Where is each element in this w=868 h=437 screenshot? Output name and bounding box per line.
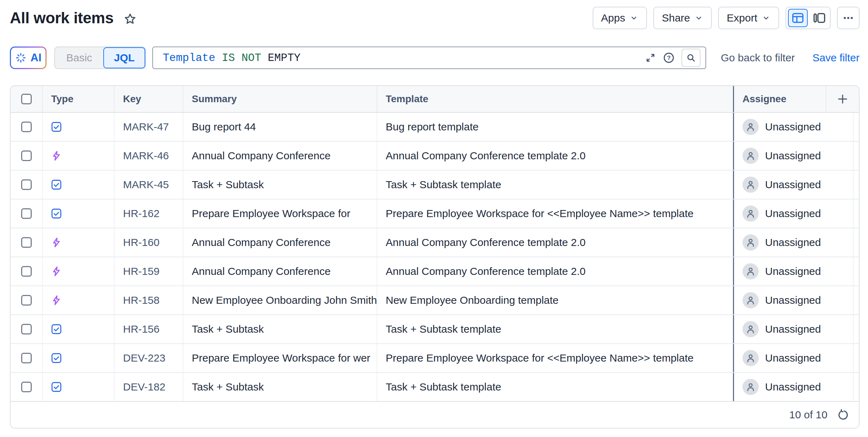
person-icon xyxy=(745,382,756,392)
spacer-cell xyxy=(853,171,859,199)
expand-icon xyxy=(645,52,656,63)
select-cell xyxy=(11,373,42,401)
assignee-cell: Unassigned xyxy=(733,171,853,199)
summary-cell: Prepare Employee Workspace for xyxy=(183,199,377,228)
table-row[interactable]: DEV-223Prepare Employee Workspace for we… xyxy=(11,343,859,372)
ai-button-label: AI xyxy=(31,51,42,64)
work-type-cell xyxy=(42,171,114,199)
assignee-label: Unassigned xyxy=(765,352,821,364)
toolbar: Apps Share Export xyxy=(593,7,860,29)
assignee-cell: Unassigned xyxy=(733,373,853,401)
select-cell xyxy=(11,257,42,285)
avatar xyxy=(742,321,759,337)
row-checkbox[interactable] xyxy=(21,150,32,161)
assignee-cell: Unassigned xyxy=(733,286,853,314)
column-header-key[interactable]: Key xyxy=(114,86,183,112)
person-icon xyxy=(745,179,756,190)
assignee-cell: Unassigned xyxy=(733,142,853,170)
tab-basic[interactable]: Basic xyxy=(55,47,103,68)
save-filter-link[interactable]: Save filter xyxy=(813,52,860,64)
assignee-cell: Unassigned xyxy=(733,113,853,141)
row-checkbox[interactable] xyxy=(21,353,32,363)
table-row[interactable]: HR-159Annual Company ConferenceAnnual Co… xyxy=(11,257,859,285)
table-row[interactable]: MARK-45Task + SubtaskTask + Subtask temp… xyxy=(11,170,859,199)
spacer-cell xyxy=(853,199,859,228)
table-row[interactable]: DEV-182Task + SubtaskTask + Subtask temp… xyxy=(11,372,859,401)
assignee-label: Unassigned xyxy=(765,208,821,220)
work-items-table: Type Key Summary Template Assignee MARK-… xyxy=(10,85,860,429)
share-button-label: Share xyxy=(662,12,690,24)
row-checkbox[interactable] xyxy=(21,208,32,219)
detail-view-toggle[interactable] xyxy=(811,9,828,27)
key-cell: HR-156 xyxy=(114,315,183,343)
task-type-icon xyxy=(50,121,62,133)
favorite-button[interactable] xyxy=(123,12,137,26)
table-row[interactable]: HR-156Task + SubtaskTask + Subtask templ… xyxy=(11,314,859,343)
column-header-template[interactable]: Template xyxy=(377,86,733,112)
column-header-type[interactable]: Type xyxy=(42,86,114,112)
assignee-label: Unassigned xyxy=(765,236,821,248)
list-view-toggle[interactable] xyxy=(788,9,808,27)
more-actions-button[interactable] xyxy=(837,7,860,29)
spacer-cell xyxy=(853,286,859,314)
select-all-checkbox[interactable] xyxy=(21,94,32,104)
tab-jql[interactable]: JQL xyxy=(103,47,145,68)
ai-button[interactable]: AI xyxy=(10,47,47,69)
spacer-cell xyxy=(853,113,859,141)
table-row[interactable]: HR-158New Employee Onboarding John Smith… xyxy=(11,285,859,314)
key-cell: MARK-45 xyxy=(114,171,183,199)
key-cell: MARK-47 xyxy=(114,113,183,141)
table-row[interactable]: MARK-46Annual Company ConferenceAnnual C… xyxy=(11,141,859,170)
export-button[interactable]: Export xyxy=(718,7,779,29)
template-cell: Task + Subtask template xyxy=(377,171,733,199)
row-checkbox[interactable] xyxy=(21,237,32,248)
select-cell xyxy=(11,344,42,372)
row-checkbox[interactable] xyxy=(21,295,32,306)
template-cell: Bug report template xyxy=(377,113,733,141)
table-row[interactable]: MARK-47Bug report 44Bug report templateU… xyxy=(11,113,859,141)
avatar xyxy=(742,379,759,395)
refresh-button[interactable] xyxy=(837,409,849,421)
summary-cell: Task + Subtask xyxy=(183,171,377,199)
go-back-to-filter-link[interactable]: Go back to filter xyxy=(721,52,795,64)
summary-cell: New Employee Onboarding John Smith xyxy=(183,286,377,314)
add-column-button[interactable] xyxy=(826,86,859,112)
select-cell xyxy=(11,171,42,199)
jql-input[interactable]: Template IS NOT EMPTY ? xyxy=(152,47,706,69)
title-wrap: All work items xyxy=(10,9,137,27)
row-checkbox[interactable] xyxy=(21,382,32,392)
run-search-button[interactable] xyxy=(681,49,701,67)
row-checkbox[interactable] xyxy=(21,266,32,277)
column-header-summary[interactable]: Summary xyxy=(183,86,377,112)
person-icon xyxy=(745,324,756,334)
ellipsis-icon xyxy=(842,12,854,24)
jql-query[interactable]: Template IS NOT EMPTY xyxy=(163,52,645,64)
row-checkbox[interactable] xyxy=(21,122,32,132)
row-checkbox[interactable] xyxy=(21,324,32,334)
table-row[interactable]: HR-160Annual Company ConferenceAnnual Co… xyxy=(11,228,859,257)
top-bar: All work items Apps Share Export xyxy=(10,6,860,30)
share-button[interactable]: Share xyxy=(653,7,712,29)
avatar xyxy=(742,205,759,222)
template-cell: New Employee Onboarding template xyxy=(377,286,733,314)
person-icon xyxy=(745,295,756,306)
table-header: Type Key Summary Template Assignee xyxy=(11,86,859,113)
work-type-cell xyxy=(42,286,114,314)
task-type-icon xyxy=(50,179,62,191)
work-type-cell xyxy=(42,113,114,141)
expand-button[interactable] xyxy=(645,52,656,63)
summary-cell: Task + Subtask xyxy=(183,315,377,343)
template-cell: Annual Company Conference template 2.0 xyxy=(377,257,733,285)
summary-cell: Task + Subtask xyxy=(183,373,377,401)
select-cell xyxy=(11,315,42,343)
column-header-assignee[interactable]: Assignee xyxy=(733,86,826,112)
jql-token-field: Template xyxy=(163,52,222,64)
chevron-down-icon xyxy=(762,13,771,23)
key-cell: DEV-223 xyxy=(114,344,183,372)
template-cell: Prepare Employee Workspace for <<Employe… xyxy=(377,344,733,372)
apps-button[interactable]: Apps xyxy=(593,7,647,29)
syntax-help-button[interactable]: ? xyxy=(662,51,675,64)
row-checkbox[interactable] xyxy=(21,179,32,190)
select-cell xyxy=(11,286,42,314)
table-row[interactable]: HR-162Prepare Employee Workspace forPrep… xyxy=(11,199,859,228)
